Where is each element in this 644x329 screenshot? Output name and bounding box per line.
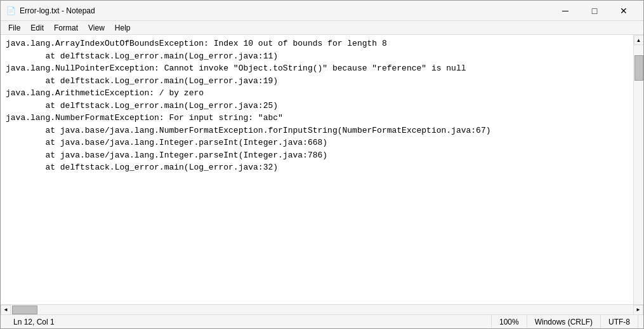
close-button[interactable]: ✕ xyxy=(609,1,638,21)
scroll-track-h xyxy=(11,305,633,314)
line-ending: Windows (CRLF) xyxy=(535,318,593,326)
cursor-position: Ln 12, Col 1 xyxy=(13,318,55,326)
encoding: UTF-8 xyxy=(608,318,630,326)
editor-area: java.lang.ArrayIndexOutOfBoundsException… xyxy=(1,35,643,304)
scroll-thumb-h[interactable] xyxy=(12,306,37,314)
scroll-left-arrow[interactable]: ◄ xyxy=(1,305,11,315)
vertical-scrollbar[interactable]: ▲ xyxy=(633,35,643,304)
menu-file[interactable]: File xyxy=(3,22,25,34)
scroll-right-arrow[interactable]: ► xyxy=(633,305,643,315)
menu-edit[interactable]: Edit xyxy=(25,22,49,34)
zoom-level: 100% xyxy=(499,318,519,326)
maximize-button[interactable]: □ xyxy=(580,1,609,21)
window-controls: ─ □ ✕ xyxy=(551,1,638,21)
app-icon: 📄 xyxy=(6,6,16,16)
minimize-button[interactable]: ─ xyxy=(551,1,580,21)
status-encoding-section: UTF-8 xyxy=(601,315,638,328)
menu-format[interactable]: Format xyxy=(49,22,83,34)
horizontal-scrollbar[interactable]: ◄ ► xyxy=(1,304,643,314)
menu-bar: File Edit Format View Help xyxy=(1,21,643,35)
text-editor[interactable]: java.lang.ArrayIndexOutOfBoundsException… xyxy=(1,35,633,304)
scroll-up-arrow[interactable]: ▲ xyxy=(634,35,644,45)
scroll-thumb-v[interactable] xyxy=(634,55,643,81)
title-bar: 📄 Error-log.txt - Notepad ─ □ ✕ xyxy=(1,1,643,21)
menu-help[interactable]: Help xyxy=(110,22,136,34)
status-bar: Ln 12, Col 1 100% Windows (CRLF) UTF-8 xyxy=(1,314,643,328)
status-line-ending-section: Windows (CRLF) xyxy=(527,315,601,328)
status-zoom-section: 100% xyxy=(492,315,527,328)
window-title: Error-log.txt - Notepad xyxy=(20,6,551,15)
menu-view[interactable]: View xyxy=(83,22,110,34)
bottom-area: ◄ ► Ln 12, Col 1 100% Windows (CRLF) UTF… xyxy=(1,304,643,328)
notepad-window: 📄 Error-log.txt - Notepad ─ □ ✕ File Edi… xyxy=(0,0,644,329)
status-position-section: Ln 12, Col 1 xyxy=(6,315,492,328)
